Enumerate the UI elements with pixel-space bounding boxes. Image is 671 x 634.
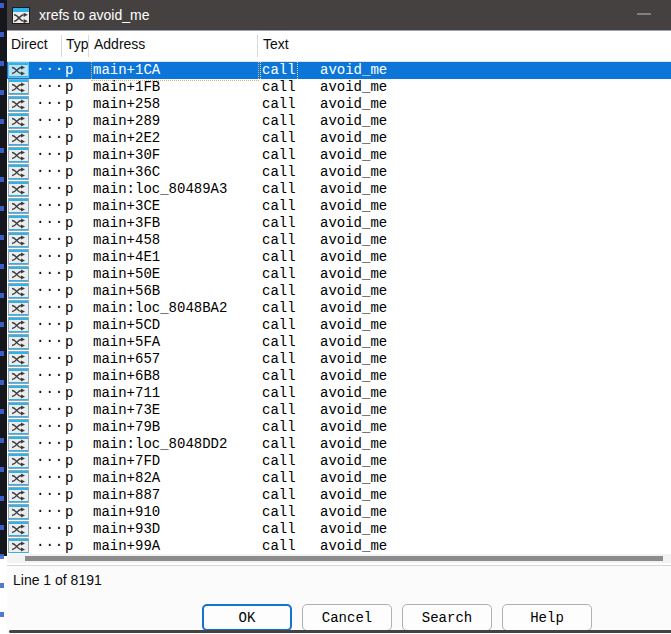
xref-row[interactable]: ... p main+82A call avoid_me — [7, 470, 671, 487]
column-separator[interactable] — [61, 35, 62, 57]
xref-row[interactable]: ... p main+2E2 call avoid_me — [7, 130, 671, 147]
xref-row[interactable]: ... p main+887 call avoid_me — [7, 487, 671, 504]
direction-dots: ... — [36, 534, 64, 551]
xref-text-mnemonic: call — [262, 504, 296, 521]
xref-row[interactable]: ... p main+711 call avoid_me — [7, 385, 671, 402]
xref-text-operand: avoid_me — [320, 504, 387, 521]
xref-address: main+5FA — [93, 334, 257, 351]
xref-row[interactable]: ... p main+6B8 call avoid_me — [7, 368, 671, 385]
xref-text-mnemonic: call — [262, 385, 296, 402]
xref-row[interactable]: ... p main+50E call avoid_me — [7, 266, 671, 283]
xref-text-operand: avoid_me — [320, 232, 387, 249]
xref-row[interactable]: ... p main+458 call avoid_me — [7, 232, 671, 249]
xref-row[interactable]: ... p main+7FD call avoid_me — [7, 453, 671, 470]
xref-row[interactable]: ... p main+93D call avoid_me — [7, 521, 671, 538]
help-button[interactable]: Help — [502, 604, 592, 631]
direction-dots: ... — [36, 517, 64, 534]
xref-text-operand: avoid_me — [320, 470, 387, 487]
xref-address: main+73E — [93, 402, 257, 419]
xref-row[interactable]: ... p main+73E call avoid_me — [7, 402, 671, 419]
direction-dots: ... — [36, 466, 64, 483]
xref-type: p — [65, 385, 73, 402]
xref-row[interactable]: ... p main:loc_80489A3 call avoid_me — [7, 181, 671, 198]
xref-row[interactable]: ... p main+5FA call avoid_me — [7, 334, 671, 351]
xref-row[interactable]: ... p main+5CD call avoid_me — [7, 317, 671, 334]
horizontal-scrollbar-thumb[interactable] — [25, 556, 663, 561]
xref-address: main+458 — [93, 232, 257, 249]
xref-row[interactable]: ... p main+99A call avoid_me — [7, 538, 671, 553]
column-separator[interactable] — [257, 35, 258, 57]
xref-table-body: ... p main+1CA call avoid_me ... p main+… — [7, 62, 671, 553]
direction-dots: ... — [36, 62, 64, 75]
status-line-counter: Line 1 of 8191 — [13, 572, 102, 588]
xref-row[interactable]: ... p main+1FB call avoid_me — [7, 79, 671, 96]
xrefs-dialog: xrefs to avoid_me Direct Typ Address Tex… — [7, 0, 671, 634]
column-header-address[interactable]: Address — [94, 36, 145, 52]
xref-row[interactable]: ... p main+30F call avoid_me — [7, 147, 671, 164]
xref-shuffle-icon — [8, 470, 29, 486]
xref-row[interactable]: ... p main+36C call avoid_me — [7, 164, 671, 181]
xref-address: main+1FB — [93, 79, 257, 96]
xref-text-mnemonic: call — [262, 368, 296, 385]
xref-text-mnemonic: call — [262, 402, 296, 419]
xref-type: p — [65, 147, 73, 164]
xref-text-mnemonic: call — [262, 317, 296, 334]
xref-row[interactable]: ... p main+657 call avoid_me — [7, 351, 671, 368]
window-bottom-edge — [9, 630, 671, 633]
xref-text-mnemonic: call — [262, 300, 296, 317]
xref-row[interactable]: ... p main:loc_8048DD2 call avoid_me — [7, 436, 671, 453]
direction-dots: ... — [36, 92, 64, 109]
xref-address: main+50E — [93, 266, 257, 283]
xref-row[interactable]: ... p main+258 call avoid_me — [7, 96, 671, 113]
search-button[interactable]: Search — [402, 604, 492, 631]
xref-text-operand: avoid_me — [320, 113, 387, 130]
xref-row[interactable]: ... p main+910 call avoid_me — [7, 504, 671, 521]
xref-shuffle-icon — [8, 317, 29, 333]
cancel-button[interactable]: Cancel — [302, 604, 392, 631]
background-strip-marks — [0, 3, 4, 634]
xref-row[interactable]: ... p main+79B call avoid_me — [7, 419, 671, 436]
xref-row[interactable]: ... p main+4E1 call avoid_me — [7, 249, 671, 266]
horizontal-scrollbar[interactable] — [7, 554, 671, 563]
xref-row[interactable]: ... p main+1CA call avoid_me — [7, 62, 671, 79]
xref-type: p — [65, 96, 73, 113]
xref-text-operand: avoid_me — [320, 62, 387, 79]
ok-button[interactable]: OK — [202, 604, 292, 631]
xref-row[interactable]: ... p main+3FB call avoid_me — [7, 215, 671, 232]
xref-text-mnemonic: call — [262, 181, 296, 198]
xref-type: p — [65, 351, 73, 368]
xref-row[interactable]: ... p main+3CE call avoid_me — [7, 198, 671, 215]
xref-type: p — [65, 538, 73, 553]
xref-address: main+910 — [93, 504, 257, 521]
xref-type: p — [65, 130, 73, 147]
xref-row[interactable]: ... p main+56B call avoid_me — [7, 283, 671, 300]
xref-text-mnemonic: call — [262, 487, 296, 504]
xref-type: p — [65, 215, 73, 232]
xref-shuffle-icon — [8, 266, 29, 282]
xref-text-mnemonic: call — [262, 164, 296, 181]
xref-shuffle-icon — [8, 521, 29, 537]
column-header-text[interactable]: Text — [263, 36, 289, 52]
xref-table: Direct Typ Address Text ... p main+1CA c… — [7, 30, 671, 565]
xref-text-operand: avoid_me — [320, 249, 387, 266]
column-header-type[interactable]: Typ — [66, 36, 89, 52]
direction-dots: ... — [36, 296, 64, 313]
xref-shuffle-icon — [8, 62, 29, 78]
xref-text-operand: avoid_me — [320, 300, 387, 317]
table-header: Direct Typ Address Text — [7, 31, 671, 62]
xref-address: main+258 — [93, 96, 257, 113]
xref-shuffle-icon — [8, 368, 29, 384]
xref-shuffle-icon — [8, 300, 29, 316]
column-header-direction[interactable]: Direct — [11, 36, 48, 52]
xref-row[interactable]: ... p main+289 call avoid_me — [7, 113, 671, 130]
xref-text-operand: avoid_me — [320, 79, 387, 96]
xref-text-operand: avoid_me — [320, 487, 387, 504]
column-separator[interactable] — [88, 35, 89, 57]
xref-type: p — [65, 521, 73, 538]
xref-text-operand: avoid_me — [320, 283, 387, 300]
xref-text-mnemonic: call — [262, 351, 296, 368]
xref-type: p — [65, 283, 73, 300]
xref-row[interactable]: ... p main:loc_8048BA2 call avoid_me — [7, 300, 671, 317]
xref-type: p — [65, 249, 73, 266]
xref-shuffle-icon — [8, 283, 29, 299]
